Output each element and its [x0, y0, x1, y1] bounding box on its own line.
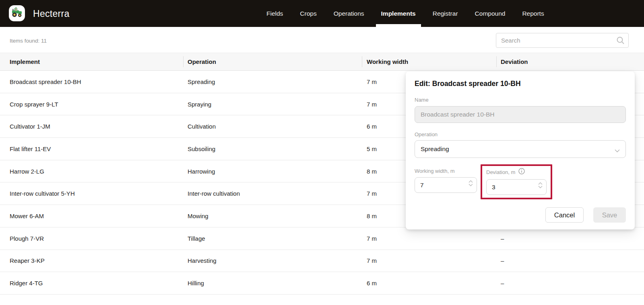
items-found-count: Items found: 11 — [10, 38, 47, 44]
nav-item[interactable]: Operations — [334, 0, 364, 27]
toolbar: Items found: 11 — [0, 27, 644, 53]
column-header: Operation — [183, 53, 362, 70]
operation-label: Operation — [415, 131, 626, 137]
name-label: Name — [415, 97, 626, 103]
search-icon — [616, 36, 625, 46]
app-logo[interactable] — [9, 5, 25, 21]
cell-implement: Inter-row cultivator 5-YH — [0, 182, 183, 205]
info-icon[interactable] — [518, 168, 525, 176]
nav-menu: FieldsCropsOperationsImplementsRegistrar… — [266, 0, 544, 27]
cell-operation: Spraying — [183, 93, 362, 115]
table-row[interactable]: Plough 7-VR Tillage 7 m – — [0, 227, 644, 250]
page-title: Hecterra — [33, 8, 70, 19]
chevron-down-icon — [615, 147, 620, 154]
top-nav: Hecterra FieldsCropsOperationsImplements… — [0, 0, 644, 27]
cell-operation: Inter-row cultivation — [183, 182, 362, 205]
working-width-input[interactable] — [415, 177, 477, 193]
cell-implement: Flat lifter 11-EV — [0, 138, 183, 160]
column-header: Working width — [362, 53, 496, 70]
nav-item[interactable]: Compound — [475, 0, 506, 27]
cell-implement: Plough 7-VR — [0, 227, 183, 250]
cell-operation: Mowing — [183, 205, 362, 227]
search-box — [496, 33, 629, 48]
working-width-label: Working width, m — [415, 168, 477, 174]
nav-item[interactable]: Registrar — [433, 0, 458, 27]
cell-implement: Mower 6-AM — [0, 205, 183, 227]
deviation-highlight: Deviation, m — [481, 164, 552, 199]
deviation-label: Deviation, m — [486, 169, 515, 175]
cell-working-width: 7 m — [362, 250, 496, 272]
cell-implement: Cultivator 1-JM — [0, 115, 183, 137]
deviation-group: Deviation, m — [486, 168, 547, 195]
nav-item[interactable]: Implements — [381, 0, 416, 27]
column-header: Implement — [0, 53, 183, 70]
nav-item[interactable]: Fields — [266, 0, 283, 27]
table-row[interactable]: Reaper 3-KP Harvesting 7 m – — [0, 250, 644, 272]
cell-deviation: – — [496, 227, 644, 250]
save-button[interactable]: Save — [593, 207, 626, 223]
cell-implement: Harrow 2-LG — [0, 160, 183, 182]
cell-operation: Hilling — [183, 272, 362, 294]
cancel-button[interactable]: Cancel — [545, 207, 584, 223]
cell-deviation: – — [496, 250, 644, 272]
edit-implement-dialog: Edit: Broadcast spreader 10-BH Name Oper… — [406, 72, 635, 229]
column-header: Deviation — [496, 53, 644, 70]
cell-operation: Subsoiling — [183, 138, 362, 160]
name-field — [415, 106, 626, 123]
cell-operation: Cultivation — [183, 115, 362, 137]
cell-implement: Broadcast spreader 10-BH — [0, 71, 183, 93]
nav-item[interactable]: Crops — [300, 0, 316, 27]
table-row[interactable]: Ridger 4-TG Hilling 6 m – — [0, 272, 644, 295]
cell-working-width: 6 m — [362, 272, 496, 294]
cell-operation: Tillage — [183, 227, 362, 250]
operation-select[interactable]: Spreading — [415, 140, 626, 158]
cell-working-width: 7 m — [362, 227, 496, 250]
cell-implement: Crop sprayer 9-LT — [0, 93, 183, 115]
cell-operation: Harvesting — [183, 250, 362, 272]
cell-operation: Spreading — [183, 71, 362, 93]
deviation-stepper[interactable] — [538, 182, 543, 188]
working-width-group: Working width, m — [415, 168, 477, 193]
dialog-title: Edit: Broadcast spreader 10-BH — [415, 80, 626, 88]
tractor-icon — [11, 6, 23, 20]
nav-item[interactable]: Reports — [522, 0, 544, 27]
cell-implement: Ridger 4-TG — [0, 272, 183, 294]
cell-implement: Reaper 3-KP — [0, 250, 183, 272]
operation-selected-value: Spreading — [421, 145, 449, 153]
table-header: ImplementOperationWorking widthDeviation — [0, 53, 644, 71]
search-input[interactable] — [496, 33, 629, 48]
cell-deviation: – — [496, 272, 644, 294]
working-width-stepper[interactable] — [469, 180, 473, 186]
deviation-input[interactable] — [486, 179, 547, 195]
cell-operation: Harrowing — [183, 160, 362, 182]
